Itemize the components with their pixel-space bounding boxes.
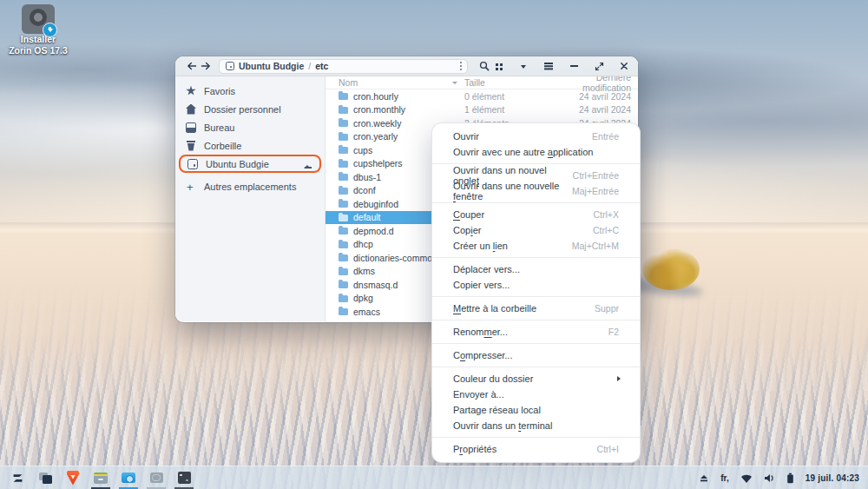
clock[interactable]: 19 juil. 04:23 <box>806 473 859 483</box>
window-switcher-button[interactable] <box>31 466 59 489</box>
path-separator: / <box>308 61 311 71</box>
column-size[interactable]: Taille <box>464 77 558 88</box>
context-menu-item[interactable]: Ouvrir Entrée <box>432 129 640 144</box>
screenshot-app-launcher[interactable] <box>142 466 170 489</box>
file-name: dpkg <box>353 293 373 303</box>
context-menu-item[interactable]: Couleur du dossier <box>432 371 640 387</box>
terminal-launcher[interactable] <box>170 466 198 489</box>
menu-separator <box>432 163 640 164</box>
menu-item-label: Mettre à la corbeille <box>453 303 536 314</box>
context-menu-item[interactable]: Compresser... <box>432 347 640 363</box>
context-menu-item[interactable]: Ouvrir dans un terminal <box>432 418 640 433</box>
file-name: dbus-1 <box>353 172 381 182</box>
menu-item-label: Déplacer vers... <box>453 264 520 274</box>
restore-icon <box>595 62 604 71</box>
keyboard-layout-indicator[interactable]: fr, <box>720 473 728 483</box>
folder-icon <box>339 201 348 208</box>
folder-icon <box>339 254 348 261</box>
column-name[interactable]: Nom <box>326 77 464 88</box>
folder-icon <box>339 134 348 141</box>
context-menu-item[interactable]: Renommer... F2 <box>432 324 640 340</box>
chevron-down-icon <box>521 65 526 71</box>
sidebar-item-corbeille[interactable]: Corbeille <box>179 136 321 155</box>
sidebar-item-dossier-personnel[interactable]: Dossier personnel <box>179 100 321 118</box>
context-menu-item[interactable]: Mettre à la corbeille Suppr <box>432 301 640 316</box>
menu-item-label: Couleur du dossier <box>453 373 533 384</box>
menu-item-label: Couper <box>453 209 484 220</box>
file-name: depmod.d <box>353 226 394 236</box>
zorin-menu-button[interactable] <box>3 466 31 489</box>
sidebar-item-favoris[interactable]: Favoris <box>179 82 321 100</box>
menu-item-shortcut: Ctrl+Entrée <box>573 170 619 181</box>
camera-app-launcher[interactable] <box>115 466 142 489</box>
system-tray: fr, 19 juil. 04:23 <box>699 472 859 484</box>
file-name: cron.weekly <box>353 118 401 129</box>
context-menu-item[interactable]: Copier vers... <box>432 277 640 293</box>
folder-icon <box>339 188 348 195</box>
search-icon <box>479 61 490 71</box>
desktop-icon <box>186 122 196 133</box>
context-menu-item[interactable]: Créer un lien Maj+Ctrl+M <box>432 238 640 254</box>
wifi-tray-button[interactable] <box>740 473 753 483</box>
sidebar-item-bureau[interactable]: Bureau <box>179 118 321 136</box>
folder-icon <box>339 295 348 302</box>
close-button[interactable] <box>617 59 631 73</box>
menu-item-label: Envoyer à... <box>453 389 504 400</box>
menu-item-label: Renommer... <box>453 327 508 337</box>
context-menu-item[interactable]: Partage réseau local <box>432 402 640 418</box>
zorin-logo-icon <box>10 471 25 486</box>
context-menu-item[interactable]: Envoyer à... <box>432 387 640 402</box>
path-kebab-menu-button[interactable] <box>460 65 463 68</box>
file-row[interactable]: cron.hourly 0 élément 24 avril 2024 <box>326 89 638 103</box>
menu-item-label: Copier <box>453 225 481 235</box>
search-button[interactable] <box>477 59 491 73</box>
restore-button[interactable] <box>592 59 606 73</box>
menu-item-label: Copier vers... <box>453 280 510 290</box>
folder-icon <box>339 147 348 154</box>
volume-tray-button[interactable] <box>764 473 775 483</box>
view-options-button[interactable] <box>516 59 530 73</box>
eject-icon[interactable] <box>304 162 312 169</box>
file-manager-launcher[interactable] <box>87 466 115 489</box>
menu-separator <box>432 257 640 258</box>
minimize-button[interactable] <box>567 59 581 73</box>
context-menu-item[interactable]: Déplacer vers... <box>432 261 640 277</box>
minimize-icon <box>570 65 578 67</box>
path-current[interactable]: etc <box>315 61 328 71</box>
brave-browser-launcher[interactable] <box>59 466 87 489</box>
forward-button[interactable] <box>199 59 213 73</box>
menu-item-shortcut: Maj+Entrée <box>572 186 619 196</box>
file-name: default <box>353 212 381 222</box>
path-device[interactable]: Ubuntu Budgie <box>239 61 304 71</box>
folder-icon <box>339 161 348 168</box>
eject-tray-button[interactable] <box>699 473 709 483</box>
drive-icon <box>226 62 234 70</box>
context-menu-item[interactable]: Couper Ctrl+X <box>432 207 640 222</box>
context-menu-item[interactable]: Ouvrir dans une nouvelle fenêtre Maj+Ent… <box>432 183 640 199</box>
sidebar-item-ubuntu-budgie[interactable]: Ubuntu Budgie <box>179 155 321 173</box>
file-name: cupshelpers <box>353 158 403 169</box>
folder-icon <box>339 107 348 114</box>
volume-icon <box>764 473 775 483</box>
menu-item-label: Créer un lien <box>453 241 508 251</box>
menu-item-label: Propriétés <box>453 444 496 454</box>
forward-arrow-icon <box>202 63 210 69</box>
battery-icon <box>786 472 794 484</box>
back-button[interactable] <box>185 59 199 73</box>
menu-item-shortcut: F2 <box>608 327 619 337</box>
sidebar-item-label: Autres emplacements <box>204 182 296 192</box>
file-name: dnsmasq.d <box>353 280 398 290</box>
brave-icon <box>67 471 80 486</box>
sidebar-item-autres-emplacements[interactable]: Autres emplacements <box>179 177 321 195</box>
wallpaper-shrub <box>642 248 700 290</box>
installer-desktop-icon[interactable]: Installer Zorin OS 17.3 <box>5 4 71 56</box>
context-menu-item[interactable]: Ouvrir avec une autre application <box>432 144 640 160</box>
battery-tray-button[interactable] <box>786 472 794 484</box>
context-menu-item[interactable]: Copier Ctrl+C <box>432 222 640 238</box>
app-menu-button[interactable] <box>542 59 556 73</box>
path-bar[interactable]: Ubuntu Budgie / etc <box>219 59 468 74</box>
context-menu-item[interactable]: Propriétés Ctrl+I <box>432 441 640 457</box>
grid-view-button[interactable] <box>491 59 505 73</box>
file-row[interactable]: cron.monthly 1 élément 24 avril 2024 <box>326 103 638 117</box>
sort-arrow-icon[interactable] <box>452 82 457 87</box>
